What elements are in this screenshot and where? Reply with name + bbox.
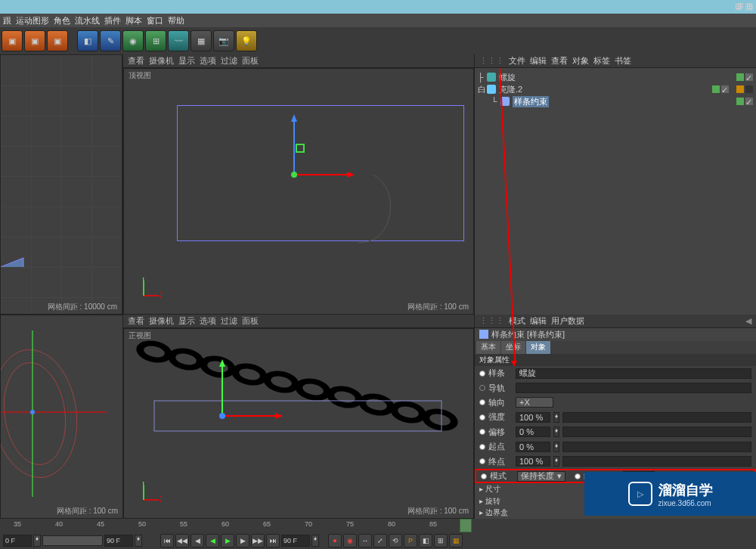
spinner-icon[interactable]: ♦ [553, 442, 559, 452]
rail-link-field[interactable] [516, 383, 751, 393]
range-slider[interactable] [42, 535, 103, 546]
tool-nurbs-icon[interactable]: ◉ [122, 30, 144, 51]
mode-dropdown[interactable]: 保持长度▾ [517, 471, 565, 482]
attr-menu[interactable]: 用户数据 [551, 315, 584, 327]
obj-tab[interactable]: 编辑 [530, 55, 547, 67]
param-dot[interactable] [479, 444, 485, 450]
visibility-badge[interactable] [712, 85, 720, 93]
tool-spline-icon[interactable]: ✎ [100, 30, 121, 51]
key-options2-button[interactable]: ▦ [449, 534, 463, 547]
param-dot[interactable] [479, 385, 485, 391]
tab-basic[interactable]: 基本 [476, 341, 500, 354]
render-badge[interactable]: ✓ [745, 73, 753, 81]
step-fwd-button[interactable]: ▶▶ [251, 534, 265, 547]
menu-item[interactable]: 跟 [3, 15, 11, 26]
strength-slider[interactable] [562, 412, 751, 423]
goto-start-button[interactable]: ⏮ [160, 534, 174, 547]
goto-end-button[interactable]: ⏭ [266, 534, 280, 547]
param-dot[interactable] [479, 371, 485, 377]
tool-floor-icon[interactable]: ▦ [191, 30, 212, 51]
offset-slider[interactable] [562, 426, 751, 437]
param-dot[interactable] [575, 473, 581, 479]
timeline-playhead[interactable] [460, 519, 472, 532]
viewport-front[interactable]: 正视图 [123, 328, 474, 519]
vp-minimize-icon[interactable]: ⊟ [735, 2, 742, 11]
viewport-perspective[interactable]: 网格间距 : 10000 cm [0, 54, 122, 315]
tool-cube-icon[interactable]: ◧ [77, 30, 98, 51]
nav-back-icon[interactable]: ◀ [745, 316, 751, 326]
obj-tab[interactable]: 文件 [509, 55, 525, 67]
autokey-button[interactable]: ◉ [343, 534, 357, 547]
spinner-icon[interactable]: ♦ [553, 412, 559, 423]
param-dot[interactable] [479, 458, 485, 464]
end-input[interactable]: 100 % [516, 456, 550, 467]
menu-item[interactable]: 脚本 [125, 15, 142, 26]
current-frame-input[interactable]: 90 F [104, 535, 133, 547]
tool-render-settings-icon[interactable]: ▣ [47, 30, 68, 51]
vp-tab[interactable]: 显示 [178, 315, 195, 327]
tree-item-spline-constraint[interactable]: └ 样条约束 ✓ [478, 95, 753, 107]
tag-icon[interactable] [745, 85, 753, 93]
param-dot[interactable] [479, 414, 485, 420]
tool-camera-icon[interactable]: 📷 [213, 30, 234, 51]
tool-render-icon[interactable]: ▣ [2, 30, 23, 51]
obj-tab[interactable]: 查看 [551, 55, 568, 67]
vp-tab[interactable]: 查看 [128, 55, 144, 67]
tab-object[interactable]: 对象 [526, 341, 550, 354]
end-slider[interactable] [562, 456, 751, 467]
tool-render-region-icon[interactable]: ▣ [24, 30, 45, 51]
step-back-button[interactable]: ◀◀ [175, 534, 189, 547]
key-scale-button[interactable]: ⤢ [373, 534, 387, 547]
menu-item[interactable]: 窗口 [147, 15, 163, 26]
vp-tab[interactable]: 面板 [242, 315, 259, 327]
key-rot-button[interactable]: ⟲ [389, 534, 402, 547]
tool-array-icon[interactable]: ⊞ [145, 30, 166, 51]
axis-dropdown[interactable]: +X [516, 397, 553, 408]
spinner-icon[interactable]: ♦ [553, 426, 559, 437]
start-frame-input[interactable]: 0 F [3, 535, 32, 547]
record-button[interactable]: ● [328, 534, 342, 547]
vp-maximize-icon[interactable]: ⊞ [746, 2, 753, 11]
spinner-icon[interactable]: ♦ [311, 535, 319, 547]
play-back-button[interactable]: ◀ [206, 534, 219, 547]
param-dot[interactable] [479, 429, 485, 435]
play-button[interactable]: ▶ [221, 534, 234, 547]
spinner-icon[interactable]: ♦ [33, 535, 41, 547]
menu-item[interactable]: 运动图形 [16, 15, 49, 26]
obj-tab[interactable]: 对象 [572, 55, 589, 67]
strength-input[interactable]: 100 % [516, 412, 550, 423]
key-param-button[interactable]: P [404, 534, 417, 547]
obj-tab[interactable]: 标签 [593, 55, 610, 67]
prev-frame-button[interactable]: ◀ [191, 534, 204, 547]
tree-item-spiral[interactable]: ├ 螺旋 ✓ [478, 71, 753, 83]
menu-item[interactable]: 流水线 [75, 15, 100, 26]
obj-tab[interactable]: 书签 [615, 55, 631, 67]
key-options-button[interactable]: ⊞ [434, 534, 448, 547]
key-pla-button[interactable]: ◧ [419, 534, 432, 547]
spline-link-field[interactable]: 螺旋 [516, 368, 751, 379]
object-tree[interactable]: ├ 螺旋 ✓ 白 克隆.2 ✓ └ 样条约束 ✓ [475, 68, 756, 315]
menu-item[interactable]: 帮助 [168, 15, 184, 26]
render-badge[interactable]: ✓ [745, 98, 753, 105]
timeline[interactable]: 35 40 45 50 55 60 65 70 75 80 85 90 [0, 519, 756, 532]
vp-tab[interactable]: 摄像机 [149, 55, 174, 67]
visibility-badge[interactable] [736, 98, 744, 105]
visibility-badge[interactable] [736, 73, 744, 81]
vp-tab[interactable]: 显示 [178, 55, 195, 67]
start-input[interactable]: 0 % [516, 442, 550, 452]
start-slider[interactable] [562, 442, 751, 452]
vp-tab[interactable]: 过滤 [221, 55, 237, 67]
next-frame-button[interactable]: ▶ [236, 534, 249, 547]
render-badge[interactable]: ✓ [721, 85, 729, 93]
param-dot[interactable] [481, 473, 487, 479]
menu-item[interactable]: 角色 [54, 15, 70, 26]
viewport-left-bottom[interactable]: 网格间距 : 100 cm [0, 315, 123, 519]
offset-input[interactable]: 0 % [516, 426, 550, 437]
viewport-top[interactable]: 顶视图 X Y 网格间距 : 100 cm [123, 68, 474, 315]
tool-deformer-icon[interactable]: 〰 [168, 30, 189, 51]
vp-tab[interactable]: 选项 [200, 55, 216, 67]
vp-tab[interactable]: 面板 [242, 55, 259, 67]
tag-icon[interactable] [736, 85, 744, 93]
attr-menu[interactable]: 编辑 [530, 315, 547, 327]
vp-tab[interactable]: 查看 [128, 315, 144, 327]
